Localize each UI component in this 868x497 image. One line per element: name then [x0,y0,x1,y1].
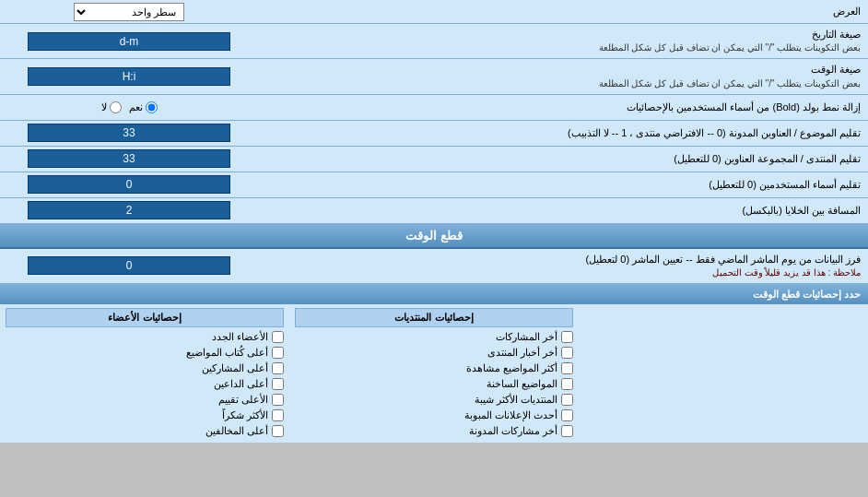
forum-stat-check-0[interactable] [561,331,573,343]
member-stat-check-1[interactable] [272,347,284,359]
forum-stat-check-5[interactable] [561,409,573,421]
bold-remove-radio-group: نعم لا [101,101,158,113]
forum-stat-item-0: أخر المشاركات [295,329,573,345]
member-stat-label-2: أعلى المشاركين [202,362,268,374]
time-format-input[interactable] [28,67,230,86]
topic-align-input-area [0,122,258,144]
forum-stat-check-6[interactable] [561,425,573,437]
forum-stat-check-2[interactable] [561,362,573,374]
cell-spacing-input-area [0,199,258,221]
member-stat-check-5[interactable] [272,409,284,421]
member-stat-label-4: الأعلى تقييم [218,394,268,406]
time-format-input-area [0,65,258,88]
bold-no-item: لا [101,101,122,113]
date-format-label: صيغة التاريخ بعض التكوينات يتطلب "/" الت… [258,24,868,58]
forum-stat-item-1: أخر أخبار المنتدى [295,345,573,361]
forum-stat-item-5: أحدث الإعلانات المبوبة [295,408,573,423]
member-stat-label-6: أعلى المخالفين [205,425,268,437]
topic-align-label: تقليم الموضوع / العناوين المدونة (0 -- ا… [258,123,868,144]
empty-col [579,304,868,443]
user-align-input[interactable] [28,175,230,194]
forum-stat-check-4[interactable] [561,394,573,406]
cutoff-note: ملاحظة : هذا قد يزيد قليلاً وقت التحميل [265,266,861,279]
time-format-row: صيغة الوقت بعض التكوينات يتطلب "/" التي … [0,59,868,94]
member-stat-item-4: الأعلى تقييم [6,392,284,408]
bold-remove-radio-area: نعم لا [0,100,258,115]
bold-no-radio[interactable] [110,101,122,113]
main-container: العرض سطر واحد سطرين ثلاثة أسطر صيغة الت… [0,0,868,443]
forum-stat-label-3: المواضيع الساخنة [487,378,557,390]
topic-align-input[interactable] [28,124,230,142]
member-stat-item-2: أعلى المشاركين [6,361,284,376]
display-mode-label: العرض [258,3,868,20]
cutoff-section-header: قطع الوقت [0,224,868,249]
member-stat-check-3[interactable] [272,378,284,390]
forum-stat-label-4: المنتديات الأكثر شيبة [475,394,557,406]
user-align-input-area [0,173,258,195]
member-stat-label-1: أعلى كُتاب المواضيع [186,347,268,359]
forum-stat-label-6: أخر مشاركات المدونة [469,425,557,437]
member-stat-label-0: الأعضاء الجدد [212,331,268,343]
checkboxes-header: حدد إحصائيات قطع الوقت [0,285,868,304]
member-stat-check-4[interactable] [272,394,284,406]
forum-stats-col: إحصائيات المنتديات أخر المشاركات أخر أخب… [289,304,579,443]
member-stats-header: إحصائيات الأعضاء [6,308,284,327]
time-format-sublabel: بعض التكوينات يتطلب "/" التي يمكن ان تضا… [265,77,861,90]
forum-align-label: تقليم المنتدى / المجموعة العناوين (0 للت… [258,148,868,170]
forum-stat-item-2: أكثر المواضيع مشاهدة [295,361,573,376]
forum-stat-label-5: أحدث الإعلانات المبوبة [464,409,557,421]
forum-align-row: تقليم المنتدى / المجموعة العناوين (0 للت… [0,147,868,172]
cutoff-days-label: فرز البيانات من يوم الماشر الماضي فقط --… [258,249,868,283]
cell-spacing-row: المسافة بين الخلايا (بالبكسل) [0,198,868,224]
user-align-row: تقليم أسماء المستخدمين (0 للتعطيل) [0,172,868,198]
member-stat-item-1: أعلى كُتاب المواضيع [6,345,284,361]
display-mode-select[interactable]: سطر واحد سطرين ثلاثة أسطر [74,3,184,21]
forum-stat-item-3: المواضيع الساخنة [295,376,573,392]
topic-align-row: تقليم الموضوع / العناوين المدونة (0 -- ا… [0,121,868,147]
member-stat-check-0[interactable] [272,331,284,343]
bold-yes-item: نعم [129,101,158,113]
user-align-label: تقليم أسماء المستخدمين (0 للتعطيل) [258,174,868,195]
member-stat-item-5: الأكثر شكراً [6,408,284,423]
date-format-sublabel: بعض التكوينات يتطلب "/" التي يمكن ان تضا… [265,41,861,54]
forum-align-input-area [0,148,258,170]
bold-yes-label: نعم [129,101,143,113]
date-format-row: صيغة التاريخ بعض التكوينات يتطلب "/" الت… [0,24,868,59]
member-stats-col: إحصائيات الأعضاء الأعضاء الجدد أعلى كُتا… [0,304,289,443]
forum-stat-label-1: أخر أخبار المنتدى [487,347,557,359]
forum-stats-header: إحصائيات المنتديات [295,308,573,327]
forum-stat-item-6: أخر مشاركات المدونة [295,423,573,439]
cell-spacing-input[interactable] [28,201,230,219]
time-format-label: صيغة الوقت بعض التكوينات يتطلب "/" التي … [258,59,868,93]
member-stat-item-3: أعلى الداعين [6,376,284,392]
bold-yes-radio[interactable] [146,101,158,113]
cutoff-days-row: فرز البيانات من يوم الماشر الماضي فقط --… [0,249,868,284]
bold-remove-label: إزالة نمط بولد (Bold) من أسماء المستخدمي… [258,97,868,118]
member-stat-item-6: أعلى المخالفين [6,423,284,439]
forum-stat-item-4: المنتديات الأكثر شيبة [295,392,573,408]
display-mode-select-area: سطر واحد سطرين ثلاثة أسطر [0,1,258,23]
forum-stat-label-0: أخر المشاركات [496,331,557,343]
date-format-input[interactable] [28,32,230,51]
checkboxes-section: حدد إحصائيات قطع الوقت إحصائيات المنتديا… [0,284,868,443]
cutoff-days-input[interactable] [28,256,230,275]
bold-no-label: لا [101,101,107,113]
member-stat-item-0: الأعضاء الجدد [6,329,284,345]
forum-align-input[interactable] [28,149,230,168]
forum-stat-check-1[interactable] [561,347,573,359]
date-format-input-area [0,30,258,53]
bold-remove-row: إزالة نمط بولد (Bold) من أسماء المستخدمي… [0,95,868,121]
cell-spacing-label: المسافة بين الخلايا (بالبكسل) [258,200,868,221]
forum-stat-label-2: أكثر المواضيع مشاهدة [466,362,557,374]
member-stat-check-2[interactable] [272,362,284,374]
member-stat-label-5: الأكثر شكراً [222,409,268,421]
checkboxes-grid: إحصائيات المنتديات أخر المشاركات أخر أخب… [0,304,868,443]
member-stat-check-6[interactable] [272,425,284,437]
member-stat-label-3: أعلى الداعين [214,378,268,390]
cutoff-days-input-area [0,254,258,277]
forum-stat-check-3[interactable] [561,378,573,390]
display-mode-row: العرض سطر واحد سطرين ثلاثة أسطر [0,0,868,24]
